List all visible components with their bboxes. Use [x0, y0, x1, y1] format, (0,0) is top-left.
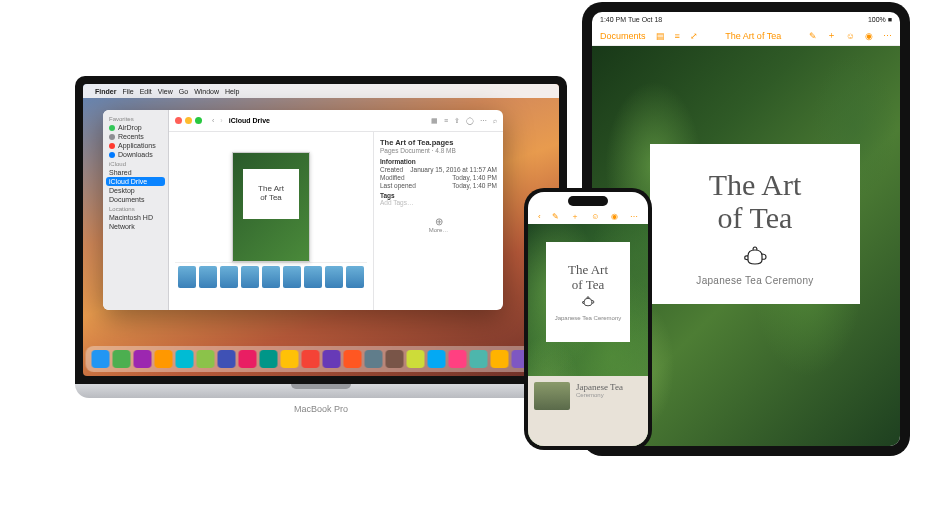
more-icon[interactable]: ⋯: [630, 212, 638, 221]
sidebar-item-macintosh-hd[interactable]: Macintosh HD: [103, 213, 168, 222]
info-row: CreatedJanuary 15, 2016 at 11:57 AM: [380, 166, 497, 173]
brush-icon[interactable]: ✎: [552, 212, 559, 221]
dock-app-icon[interactable]: [365, 350, 383, 368]
title-card[interactable]: The Art of Tea Japanese Tea Ceremony: [650, 144, 860, 304]
format-icon[interactable]: ◉: [865, 31, 873, 41]
dock-app-icon[interactable]: [113, 350, 131, 368]
sidebar-icon[interactable]: ▤: [656, 31, 665, 41]
close-button[interactable]: [175, 117, 182, 124]
sidebar-item-airdrop[interactable]: AirDrop: [103, 123, 168, 132]
info-row: Last openedToday, 1:40 PM: [380, 182, 497, 189]
sidebar-item-documents[interactable]: Documents: [103, 195, 168, 204]
menubar-item[interactable]: Edit: [140, 88, 152, 95]
brush-icon[interactable]: ✎: [809, 31, 817, 41]
section-image: [534, 382, 570, 410]
finder-body: The Art of Tea The Art of Tea.pages Page…: [169, 132, 503, 310]
sidebar-item-label: Recents: [118, 133, 144, 140]
menubar-item[interactable]: Help: [225, 88, 239, 95]
finder-window: Favorites AirDrop Recents Applications D…: [103, 110, 503, 310]
finder-sidebar: Favorites AirDrop Recents Applications D…: [103, 110, 169, 310]
mac-screen-bezel: Finder File Edit View Go Window Help Fav…: [75, 76, 567, 384]
sidebar-item-label: Desktop: [109, 187, 135, 194]
dock-app-icon[interactable]: [134, 350, 152, 368]
group-icon[interactable]: ≡: [444, 117, 448, 124]
sidebar-item-shared[interactable]: Shared: [103, 168, 168, 177]
sidebar-item-applications[interactable]: Applications: [103, 141, 168, 150]
dock-app-icon[interactable]: [407, 350, 425, 368]
sidebar-item-recents[interactable]: Recents: [103, 132, 168, 141]
sidebar-item-icloud-drive[interactable]: iCloud Drive: [106, 177, 165, 186]
document-heading: The Art of Tea: [568, 263, 608, 292]
sidebar-section-favorites: Favorites: [103, 114, 168, 123]
pages-toolbar: Documents ▤ ≡ ⤢ The Art of Tea ✎ ＋ ☺ ◉ ⋯: [592, 26, 900, 46]
document-canvas[interactable]: The Art of Tea Japanese Tea Ceremony Jap…: [528, 224, 648, 446]
dock-app-icon[interactable]: [323, 350, 341, 368]
fullscreen-button[interactable]: [195, 117, 202, 124]
more-button[interactable]: ⊕ More…: [380, 216, 497, 233]
dock-app-icon[interactable]: [218, 350, 236, 368]
window-controls[interactable]: [175, 117, 202, 124]
mac-notch: [291, 76, 351, 84]
menubar-item[interactable]: File: [122, 88, 133, 95]
macos-desktop: Finder File Edit View Go Window Help Fav…: [83, 84, 559, 376]
sidebar-item-label: Documents: [109, 196, 144, 203]
document-title[interactable]: The Art of Tea: [725, 31, 781, 41]
insert-icon[interactable]: ＋: [571, 211, 579, 222]
info-section-tags: Tags: [380, 192, 497, 199]
documents-back-button[interactable]: Documents: [600, 31, 646, 41]
document-subheading: Japanese Tea Ceremony: [555, 315, 622, 321]
sidebar-item-network[interactable]: Network: [103, 222, 168, 231]
collaborate-icon[interactable]: ☺: [591, 212, 599, 221]
dock-app-icon[interactable]: [260, 350, 278, 368]
dock-app-icon[interactable]: [470, 350, 488, 368]
info-filename: The Art of Tea.pages: [380, 138, 497, 147]
format-icon[interactable]: ◉: [611, 212, 618, 221]
tags-input[interactable]: Add Tags…: [380, 199, 497, 206]
collaborate-icon[interactable]: ☺: [846, 31, 855, 41]
dock-app-icon[interactable]: [302, 350, 320, 368]
document-subheading: Japanese Tea Ceremony: [670, 275, 840, 286]
macos-menubar[interactable]: Finder File Edit View Go Window Help: [83, 84, 559, 98]
teapot-icon: [670, 246, 840, 271]
dock-app-icon[interactable]: [344, 350, 362, 368]
forward-icon[interactable]: ›: [220, 117, 222, 124]
search-icon[interactable]: ⌕: [493, 117, 497, 124]
more-icon[interactable]: ⋯: [883, 31, 892, 41]
section-two[interactable]: Japanese Tea Ceremony: [528, 376, 648, 446]
dock-app-icon[interactable]: [197, 350, 215, 368]
minimize-button[interactable]: [185, 117, 192, 124]
dock-app-icon[interactable]: [281, 350, 299, 368]
sidebar-item-label: Applications: [118, 142, 156, 149]
view-icon[interactable]: ▦: [431, 117, 438, 125]
menubar-app-name[interactable]: Finder: [95, 88, 116, 95]
dock-app-icon[interactable]: [239, 350, 257, 368]
zoom-icon[interactable]: ⤢: [690, 31, 698, 41]
view-icon[interactable]: ≡: [675, 31, 680, 41]
dock-app-icon[interactable]: [491, 350, 509, 368]
dock-app-icon[interactable]: [176, 350, 194, 368]
macos-dock[interactable]: [86, 346, 557, 372]
insert-icon[interactable]: ＋: [827, 29, 836, 42]
sidebar-section-icloud: iCloud: [103, 159, 168, 168]
dock-app-icon[interactable]: [449, 350, 467, 368]
dock-app-icon[interactable]: [92, 350, 110, 368]
title-card[interactable]: The Art of Tea Japanese Tea Ceremony: [546, 242, 630, 342]
sidebar-item-desktop[interactable]: Desktop: [103, 186, 168, 195]
action-icon[interactable]: ⋯: [480, 117, 487, 125]
sidebar-section-locations: Locations: [103, 204, 168, 213]
dock-app-icon[interactable]: [428, 350, 446, 368]
sidebar-item-label: Shared: [109, 169, 132, 176]
sidebar-item-downloads[interactable]: Downloads: [103, 150, 168, 159]
back-icon[interactable]: ‹: [538, 212, 541, 221]
dock-app-icon[interactable]: [386, 350, 404, 368]
back-icon[interactable]: ‹: [212, 117, 214, 124]
dock-app-icon[interactable]: [155, 350, 173, 368]
menubar-item[interactable]: Window: [194, 88, 219, 95]
share-icon[interactable]: ⇪: [454, 117, 460, 125]
tag-icon[interactable]: ◯: [466, 117, 474, 125]
menubar-item[interactable]: Go: [179, 88, 188, 95]
document-thumbnail[interactable]: The Art of Tea: [232, 152, 310, 262]
menubar-item[interactable]: View: [158, 88, 173, 95]
gallery-thumbnails[interactable]: [175, 262, 367, 290]
finder-gallery-preview: The Art of Tea: [169, 132, 373, 310]
